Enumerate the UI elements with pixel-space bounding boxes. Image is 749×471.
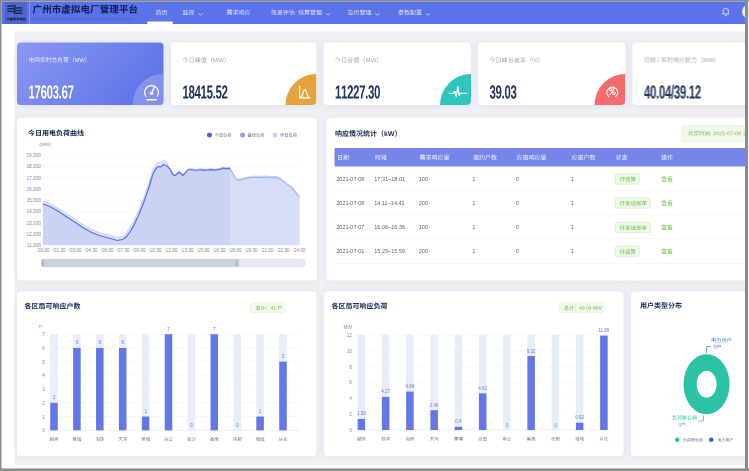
svg-text:10:30: 10:30 bbox=[150, 248, 162, 253]
svg-text:0: 0 bbox=[42, 428, 45, 433]
svg-text:21:00: 21:00 bbox=[262, 248, 274, 253]
svg-text:7: 7 bbox=[167, 326, 170, 331]
svg-text:4.84: 4.84 bbox=[406, 384, 415, 389]
svg-text:12: 12 bbox=[347, 333, 353, 338]
svg-text:18,000: 18,000 bbox=[26, 164, 41, 169]
svg-text:8: 8 bbox=[349, 364, 352, 369]
svg-text:4: 4 bbox=[349, 396, 352, 401]
svg-text:24:00: 24:00 bbox=[294, 248, 306, 253]
svg-text:22:30: 22:30 bbox=[278, 248, 290, 253]
svg-text:2.49: 2.49 bbox=[430, 403, 439, 408]
svg-text:0.4: 0.4 bbox=[455, 419, 462, 424]
svg-text:6: 6 bbox=[349, 380, 352, 385]
svg-text:19:30: 19:30 bbox=[246, 248, 258, 253]
svg-text:5: 5 bbox=[42, 359, 45, 364]
svg-text:9.32: 9.32 bbox=[527, 348, 536, 353]
svg-text:07:30: 07:30 bbox=[118, 248, 130, 253]
svg-text:1: 1 bbox=[42, 414, 45, 419]
svg-text:12,000: 12,000 bbox=[26, 232, 41, 237]
svg-text:2: 2 bbox=[42, 401, 45, 406]
svg-text:16,000: 16,000 bbox=[26, 187, 41, 192]
svg-text:00:00: 00:00 bbox=[38, 248, 50, 253]
svg-text:04:30: 04:30 bbox=[86, 248, 98, 253]
svg-text:2: 2 bbox=[349, 412, 352, 417]
svg-text:MW: MW bbox=[344, 325, 353, 330]
svg-text:7: 7 bbox=[42, 332, 45, 337]
svg-text:14,000: 14,000 bbox=[26, 209, 41, 214]
svg-text:03:00: 03:00 bbox=[70, 248, 82, 253]
svg-text:17,000: 17,000 bbox=[26, 176, 41, 181]
svg-text:7: 7 bbox=[213, 326, 216, 331]
svg-text:15,000: 15,000 bbox=[26, 198, 41, 203]
svg-text:09:00: 09:00 bbox=[134, 248, 146, 253]
svg-text:6: 6 bbox=[42, 346, 45, 351]
svg-text:0: 0 bbox=[349, 428, 352, 433]
svg-text:0.92: 0.92 bbox=[575, 415, 584, 420]
svg-text:15:00: 15:00 bbox=[198, 248, 210, 253]
svg-text:16:30: 16:30 bbox=[214, 248, 226, 253]
svg-text:19,000: 19,000 bbox=[26, 153, 41, 158]
svg-text:4: 4 bbox=[42, 373, 45, 378]
svg-text:4.17: 4.17 bbox=[381, 389, 390, 394]
svg-text:13,000: 13,000 bbox=[26, 221, 41, 226]
svg-text:18:00: 18:00 bbox=[230, 248, 242, 253]
svg-text:12:00: 12:00 bbox=[166, 248, 178, 253]
svg-text:01:30: 01:30 bbox=[54, 248, 66, 253]
svg-text:13:30: 13:30 bbox=[182, 248, 194, 253]
svg-text:06:00: 06:00 bbox=[102, 248, 114, 253]
svg-text:1.39: 1.39 bbox=[357, 411, 366, 416]
svg-text:11.89: 11.89 bbox=[598, 328, 609, 333]
svg-text:10: 10 bbox=[347, 348, 353, 353]
svg-text:4.62: 4.62 bbox=[478, 386, 487, 391]
svg-text:3: 3 bbox=[42, 387, 45, 392]
